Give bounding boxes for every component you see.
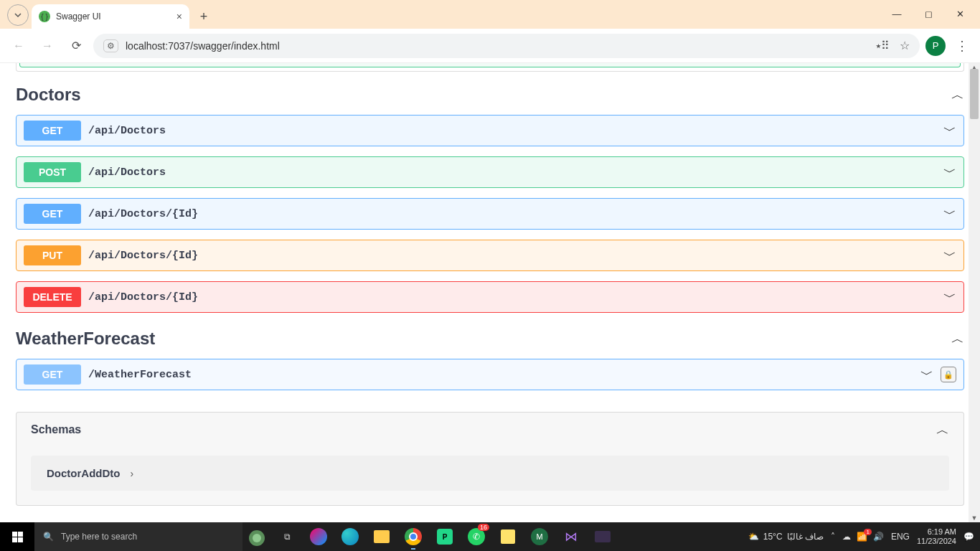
app-pycharm[interactable]: P: [429, 522, 461, 551]
schemas-title: Schemas: [31, 423, 81, 436]
browser-toolbar: ← → ⟳ ⚙ localhost:7037/swagger/index.htm…: [0, 29, 980, 63]
opblock-put-doctor[interactable]: PUT /api/Doctors/{Id} ﹀: [16, 240, 964, 271]
chevron-right-icon: ›: [130, 468, 133, 479]
window-controls: — ◻ ✕: [881, 3, 976, 24]
method-badge: GET: [24, 121, 81, 141]
chevron-down-icon: ﹀: [943, 247, 956, 264]
opblock-get-doctors[interactable]: GET /api/Doctors ﹀: [16, 115, 964, 146]
clock-date: 11/23/2024: [917, 537, 956, 546]
app-teams[interactable]: M: [524, 522, 555, 551]
search-highlight-icon[interactable]: [242, 522, 271, 551]
tab-title: Swagger UI: [56, 11, 101, 22]
translate-icon[interactable]: ⭑⠿: [876, 39, 890, 52]
schema-item[interactable]: DoctorAddDto ›: [31, 456, 949, 491]
browser-tab[interactable]: { } Swagger UI ×: [32, 4, 189, 29]
endpoint-path: /api/Doctors/{Id}: [88, 208, 198, 220]
task-view-button[interactable]: ⧉: [271, 522, 303, 551]
tag-title: Doctors: [16, 85, 81, 105]
endpoint-path: /api/Doctors/{Id}: [88, 250, 198, 262]
profile-avatar[interactable]: P: [925, 36, 946, 56]
chevron-down-icon: ﹀: [920, 366, 933, 383]
endpoint-path: /api/Doctors: [88, 166, 166, 179]
nav-back-button[interactable]: ←: [7, 34, 30, 57]
window-maximize-button[interactable]: ◻: [913, 3, 944, 24]
url-text: localhost:7037/swagger/index.html: [126, 40, 280, 52]
weather-icon: ⛅: [748, 532, 759, 542]
taskbar-tray: ⛅ 15°C صاف غالبًا ˄ ☁ 📶1 🔊 ENG 6:19 AM 1…: [748, 527, 980, 546]
chevron-up-icon: ︿: [936, 421, 949, 438]
endpoint-path: /api/Doctors/{Id}: [88, 291, 198, 303]
language-indicator[interactable]: ENG: [891, 532, 910, 542]
start-button[interactable]: [0, 522, 34, 551]
window-close-button[interactable]: ✕: [944, 3, 976, 24]
chevron-down-icon: ﹀: [943, 164, 956, 181]
app-edge[interactable]: [334, 522, 366, 551]
scroll-thumb[interactable]: [970, 69, 979, 119]
browser-menu-button[interactable]: ⋮: [951, 38, 973, 54]
wifi-icon[interactable]: 📶1: [857, 532, 867, 542]
app-copilot[interactable]: [303, 522, 334, 551]
clock-time: 6:19 AM: [917, 527, 956, 537]
app-visual-studio[interactable]: ⋈: [555, 522, 587, 551]
page-viewport: Doctors ︿ GET /api/Doctors ﹀ POST /api/D…: [0, 63, 980, 522]
opblock-get-doctor-by-id[interactable]: GET /api/Doctors/{Id} ﹀: [16, 198, 964, 230]
partial-opblock: [16, 63, 964, 72]
taskbar-pinned-apps: ⧉ P ✆16 M ⋈: [271, 522, 618, 551]
new-tab-button[interactable]: +: [194, 6, 214, 27]
chevron-up-icon: ︿: [951, 330, 964, 347]
chevron-down-icon: ﹀: [943, 205, 956, 222]
opblock-post-doctors[interactable]: POST /api/Doctors ﹀: [16, 156, 964, 188]
windows-taskbar: 🔍 Type here to search ⧉ P ✆16 M ⋈ ⛅ 15°C…: [0, 522, 980, 551]
bookmark-icon[interactable]: ☆: [900, 39, 910, 52]
tag-header-weatherforecast[interactable]: WeatherForecast ︿: [16, 323, 964, 359]
notifications-button[interactable]: 💬: [963, 532, 974, 542]
lock-icon[interactable]: 🔒: [941, 367, 956, 382]
endpoint-path: /api/Doctors: [88, 125, 166, 137]
scroll-down-arrow-icon[interactable]: ▼: [970, 514, 979, 522]
schemas-section: Schemas ︿ DoctorAddDto ›: [16, 412, 964, 506]
volume-icon[interactable]: 🔊: [873, 532, 884, 542]
method-badge: DELETE: [24, 287, 81, 307]
tag-header-doctors[interactable]: Doctors ︿: [16, 79, 964, 115]
browser-tab-strip: { } Swagger UI × + — ◻ ✕: [0, 0, 980, 29]
tag-title: WeatherForecast: [16, 329, 155, 349]
method-badge: PUT: [24, 245, 81, 265]
app-file-explorer[interactable]: [366, 522, 397, 551]
taskbar-clock[interactable]: 6:19 AM 11/23/2024: [917, 527, 956, 546]
schema-name: DoctorAddDto: [47, 467, 120, 479]
taskbar-weather[interactable]: ⛅ 15°C صاف غالبًا: [748, 532, 824, 542]
succulent-icon: [245, 524, 269, 549]
app-sticky-notes[interactable]: [492, 522, 524, 551]
opblock-delete-doctor[interactable]: DELETE /api/Doctors/{Id} ﹀: [16, 281, 964, 313]
window-minimize-button[interactable]: —: [881, 3, 913, 24]
swagger-favicon-icon: { }: [39, 11, 50, 22]
windows-logo-icon: [12, 532, 23, 542]
onedrive-icon[interactable]: ☁: [842, 532, 851, 542]
app-whatsapp[interactable]: ✆16: [461, 522, 492, 551]
tray-overflow-button[interactable]: ˄: [831, 532, 835, 542]
svg-point-1: [253, 534, 261, 542]
address-bar[interactable]: ⚙ localhost:7037/swagger/index.html ⭑⠿ ☆: [93, 34, 920, 58]
chevron-up-icon: ︿: [951, 86, 964, 103]
weather-condition: صاف غالبًا: [787, 532, 824, 542]
method-badge: POST: [24, 162, 81, 182]
site-info-icon[interactable]: ⚙: [103, 39, 118, 52]
chevron-down-icon: ﹀: [943, 122, 956, 139]
opblock-get-weatherforecast[interactable]: GET /WeatherForecast ﹀ 🔒: [16, 359, 964, 390]
taskbar-search[interactable]: 🔍 Type here to search: [34, 522, 242, 551]
weather-temp: 15°C: [763, 532, 783, 542]
nav-forward-button[interactable]: →: [36, 34, 59, 57]
method-badge: GET: [24, 204, 81, 224]
vertical-scrollbar[interactable]: ▲ ▼: [969, 63, 980, 522]
endpoint-path: /WeatherForecast: [88, 369, 192, 381]
schemas-header[interactable]: Schemas ︿: [17, 413, 963, 447]
nav-reload-button[interactable]: ⟳: [65, 34, 88, 57]
tab-close-button[interactable]: ×: [176, 11, 182, 22]
search-placeholder: Type here to search: [61, 532, 137, 542]
method-badge: GET: [24, 364, 81, 385]
app-terminal[interactable]: [587, 522, 618, 551]
chevron-down-icon: ﹀: [943, 288, 956, 306]
chevron-down-icon: [14, 11, 22, 19]
tab-search-button[interactable]: [7, 4, 29, 26]
app-chrome[interactable]: [397, 522, 429, 551]
